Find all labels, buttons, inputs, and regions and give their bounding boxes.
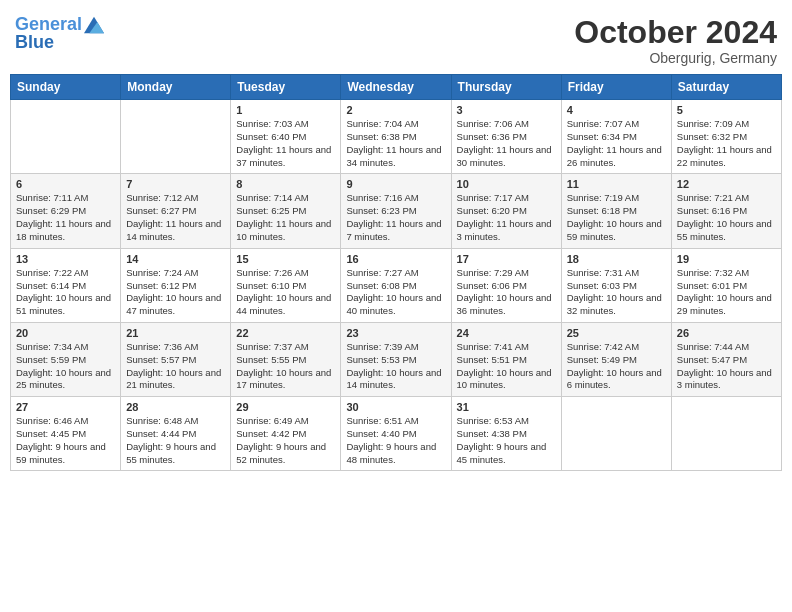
day-info: Sunrise: 7:41 AM Sunset: 5:51 PM Dayligh… [457, 341, 556, 392]
calendar-cell: 4Sunrise: 7:07 AM Sunset: 6:34 PM Daylig… [561, 100, 671, 174]
weekday-header-row: SundayMondayTuesdayWednesdayThursdayFrid… [11, 75, 782, 100]
day-number: 3 [457, 104, 556, 116]
day-info: Sunrise: 7:06 AM Sunset: 6:36 PM Dayligh… [457, 118, 556, 169]
day-info: Sunrise: 7:14 AM Sunset: 6:25 PM Dayligh… [236, 192, 335, 243]
day-number: 23 [346, 327, 445, 339]
day-number: 18 [567, 253, 666, 265]
day-info: Sunrise: 7:07 AM Sunset: 6:34 PM Dayligh… [567, 118, 666, 169]
day-info: Sunrise: 7:44 AM Sunset: 5:47 PM Dayligh… [677, 341, 776, 392]
calendar-cell [11, 100, 121, 174]
weekday-header-tuesday: Tuesday [231, 75, 341, 100]
day-info: Sunrise: 7:22 AM Sunset: 6:14 PM Dayligh… [16, 267, 115, 318]
day-info: Sunrise: 7:04 AM Sunset: 6:38 PM Dayligh… [346, 118, 445, 169]
day-info: Sunrise: 7:37 AM Sunset: 5:55 PM Dayligh… [236, 341, 335, 392]
day-info: Sunrise: 6:51 AM Sunset: 4:40 PM Dayligh… [346, 415, 445, 466]
calendar-week-row: 13Sunrise: 7:22 AM Sunset: 6:14 PM Dayli… [11, 248, 782, 322]
weekday-header-saturday: Saturday [671, 75, 781, 100]
calendar-cell: 20Sunrise: 7:34 AM Sunset: 5:59 PM Dayli… [11, 322, 121, 396]
day-info: Sunrise: 7:34 AM Sunset: 5:59 PM Dayligh… [16, 341, 115, 392]
day-number: 14 [126, 253, 225, 265]
day-number: 11 [567, 178, 666, 190]
calendar-cell: 7Sunrise: 7:12 AM Sunset: 6:27 PM Daylig… [121, 174, 231, 248]
calendar-cell: 26Sunrise: 7:44 AM Sunset: 5:47 PM Dayli… [671, 322, 781, 396]
day-info: Sunrise: 7:11 AM Sunset: 6:29 PM Dayligh… [16, 192, 115, 243]
logo: General Blue [15, 15, 104, 53]
calendar-cell [671, 397, 781, 471]
weekday-header-monday: Monday [121, 75, 231, 100]
calendar-cell: 21Sunrise: 7:36 AM Sunset: 5:57 PM Dayli… [121, 322, 231, 396]
day-number: 13 [16, 253, 115, 265]
calendar-cell: 19Sunrise: 7:32 AM Sunset: 6:01 PM Dayli… [671, 248, 781, 322]
calendar-cell: 5Sunrise: 7:09 AM Sunset: 6:32 PM Daylig… [671, 100, 781, 174]
calendar-cell: 25Sunrise: 7:42 AM Sunset: 5:49 PM Dayli… [561, 322, 671, 396]
weekday-header-thursday: Thursday [451, 75, 561, 100]
day-info: Sunrise: 7:39 AM Sunset: 5:53 PM Dayligh… [346, 341, 445, 392]
calendar-cell: 12Sunrise: 7:21 AM Sunset: 6:16 PM Dayli… [671, 174, 781, 248]
day-number: 27 [16, 401, 115, 413]
weekday-header-friday: Friday [561, 75, 671, 100]
calendar-cell: 10Sunrise: 7:17 AM Sunset: 6:20 PM Dayli… [451, 174, 561, 248]
page-header: General Blue October 2024 Obergurig, Ger… [10, 10, 782, 66]
calendar-cell: 8Sunrise: 7:14 AM Sunset: 6:25 PM Daylig… [231, 174, 341, 248]
weekday-header-sunday: Sunday [11, 75, 121, 100]
calendar-cell: 18Sunrise: 7:31 AM Sunset: 6:03 PM Dayli… [561, 248, 671, 322]
day-number: 15 [236, 253, 335, 265]
day-info: Sunrise: 7:03 AM Sunset: 6:40 PM Dayligh… [236, 118, 335, 169]
day-info: Sunrise: 7:19 AM Sunset: 6:18 PM Dayligh… [567, 192, 666, 243]
calendar-cell: 24Sunrise: 7:41 AM Sunset: 5:51 PM Dayli… [451, 322, 561, 396]
day-info: Sunrise: 7:26 AM Sunset: 6:10 PM Dayligh… [236, 267, 335, 318]
logo-icon [84, 15, 104, 35]
day-number: 5 [677, 104, 776, 116]
day-number: 4 [567, 104, 666, 116]
day-info: Sunrise: 7:27 AM Sunset: 6:08 PM Dayligh… [346, 267, 445, 318]
calendar-cell: 9Sunrise: 7:16 AM Sunset: 6:23 PM Daylig… [341, 174, 451, 248]
day-number: 25 [567, 327, 666, 339]
day-info: Sunrise: 7:16 AM Sunset: 6:23 PM Dayligh… [346, 192, 445, 243]
day-info: Sunrise: 7:09 AM Sunset: 6:32 PM Dayligh… [677, 118, 776, 169]
month-title: October 2024 [574, 15, 777, 50]
day-number: 8 [236, 178, 335, 190]
day-number: 21 [126, 327, 225, 339]
logo-blue: Blue [15, 33, 54, 53]
day-number: 19 [677, 253, 776, 265]
day-number: 20 [16, 327, 115, 339]
day-number: 29 [236, 401, 335, 413]
day-info: Sunrise: 7:24 AM Sunset: 6:12 PM Dayligh… [126, 267, 225, 318]
day-number: 2 [346, 104, 445, 116]
day-info: Sunrise: 7:31 AM Sunset: 6:03 PM Dayligh… [567, 267, 666, 318]
calendar-cell: 6Sunrise: 7:11 AM Sunset: 6:29 PM Daylig… [11, 174, 121, 248]
day-info: Sunrise: 7:36 AM Sunset: 5:57 PM Dayligh… [126, 341, 225, 392]
calendar-cell: 3Sunrise: 7:06 AM Sunset: 6:36 PM Daylig… [451, 100, 561, 174]
calendar-cell: 27Sunrise: 6:46 AM Sunset: 4:45 PM Dayli… [11, 397, 121, 471]
day-info: Sunrise: 7:29 AM Sunset: 6:06 PM Dayligh… [457, 267, 556, 318]
calendar-cell: 2Sunrise: 7:04 AM Sunset: 6:38 PM Daylig… [341, 100, 451, 174]
calendar-table: SundayMondayTuesdayWednesdayThursdayFrid… [10, 74, 782, 471]
day-number: 6 [16, 178, 115, 190]
day-info: Sunrise: 7:12 AM Sunset: 6:27 PM Dayligh… [126, 192, 225, 243]
calendar-cell: 1Sunrise: 7:03 AM Sunset: 6:40 PM Daylig… [231, 100, 341, 174]
day-number: 1 [236, 104, 335, 116]
day-number: 28 [126, 401, 225, 413]
day-number: 22 [236, 327, 335, 339]
calendar-cell: 30Sunrise: 6:51 AM Sunset: 4:40 PM Dayli… [341, 397, 451, 471]
day-info: Sunrise: 6:46 AM Sunset: 4:45 PM Dayligh… [16, 415, 115, 466]
day-info: Sunrise: 6:48 AM Sunset: 4:44 PM Dayligh… [126, 415, 225, 466]
day-number: 26 [677, 327, 776, 339]
day-info: Sunrise: 6:53 AM Sunset: 4:38 PM Dayligh… [457, 415, 556, 466]
day-number: 17 [457, 253, 556, 265]
location-subtitle: Obergurig, Germany [574, 50, 777, 66]
calendar-cell: 16Sunrise: 7:27 AM Sunset: 6:08 PM Dayli… [341, 248, 451, 322]
day-info: Sunrise: 7:21 AM Sunset: 6:16 PM Dayligh… [677, 192, 776, 243]
day-number: 10 [457, 178, 556, 190]
day-info: Sunrise: 7:17 AM Sunset: 6:20 PM Dayligh… [457, 192, 556, 243]
calendar-cell [561, 397, 671, 471]
calendar-cell: 23Sunrise: 7:39 AM Sunset: 5:53 PM Dayli… [341, 322, 451, 396]
weekday-header-wednesday: Wednesday [341, 75, 451, 100]
day-number: 30 [346, 401, 445, 413]
day-number: 31 [457, 401, 556, 413]
calendar-cell: 13Sunrise: 7:22 AM Sunset: 6:14 PM Dayli… [11, 248, 121, 322]
calendar-cell [121, 100, 231, 174]
day-number: 12 [677, 178, 776, 190]
calendar-cell: 17Sunrise: 7:29 AM Sunset: 6:06 PM Dayli… [451, 248, 561, 322]
day-number: 24 [457, 327, 556, 339]
